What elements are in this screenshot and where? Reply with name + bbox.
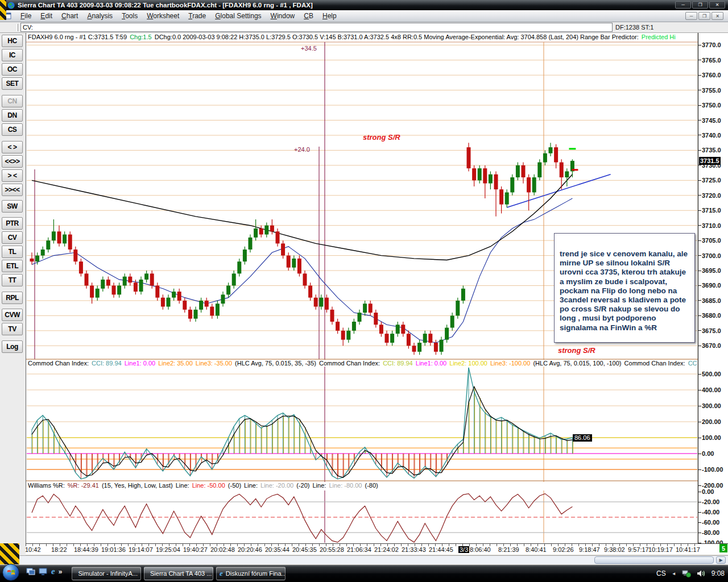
candlestick-series [30,143,574,355]
show-desktop-icon[interactable] [39,568,48,576]
sidebar-button-tv[interactable]: TV [2,323,23,335]
scale-tick-label: 3755.0 [698,86,721,94]
menu-analysis[interactable]: Analysis [82,11,117,21]
strong-sr-label-top[interactable]: strong S/R [363,133,400,142]
menu-worksheet[interactable]: Worksheet [142,11,184,21]
study-header-segment: (HLC Avg, 75, 0.015, 100, -100) [533,360,623,367]
scale-tick [698,502,701,502]
scale-tick [698,120,701,120]
scale-tick [698,330,701,331]
window-controls: ─ ❐ ✕ [675,1,725,9]
sidebar-button-hc[interactable]: HC [2,35,23,47]
sidebar-button-cv[interactable]: CV [2,231,23,244]
sidebar-button-ptr[interactable]: PTR [2,217,23,230]
scale-tick-label: 400.00 [698,386,721,394]
scale-tick [698,90,701,90]
time-axis-label: 8:06:40 [470,546,491,553]
sidebar-button-set[interactable]: SET [2,77,23,90]
sidebar-button-arrows-7[interactable]: < > [2,141,23,153]
taskbar-task-3[interactable]: eDiskuzní fórum Fina... [216,567,286,580]
scale-tick [698,485,701,486]
taskbar-task-2[interactable]: Sierra Chart TA 403 ... [144,567,213,580]
sidebar-button-log[interactable]: Log [2,340,23,353]
window-switcher-icon[interactable] [26,568,35,576]
scale-tick [698,374,701,375]
sidebar-button-cs[interactable]: CS [2,123,23,136]
child-close-button[interactable]: ✕ [712,12,723,20]
sidebar-button-etl[interactable]: ETL [2,260,23,272]
cv-input-value: CV: [23,24,33,31]
child-minimize-button[interactable]: ─ [685,12,697,20]
scale-tick-label: 3765.0 [698,56,721,64]
task-label: Diskuzní fórum Fina... [226,570,286,577]
taskbar: e » Simulator - InfinityA...Sierra Chart… [0,565,728,582]
sidebar-button-rpl[interactable]: RPL [2,292,23,304]
sidebar-button-dn[interactable]: DN [2,109,23,122]
sidebar-button-oc[interactable]: OC [2,63,23,76]
scale-tick [698,75,701,76]
language-indicator[interactable]: CS [656,569,666,577]
start-button[interactable] [2,564,19,581]
network-icon[interactable] [682,569,691,577]
scale-tick [698,533,701,533]
hidden-icons-arrow[interactable]: ◄ [672,571,676,576]
minimize-button[interactable]: ─ [675,1,691,9]
scrollbar-thumb[interactable] [594,556,714,564]
menu-cb[interactable]: CB [299,11,318,21]
chart-region[interactable]: FDAXH9 6.0 rng - #1 C:3731.5 T:59 Chg:1.… [26,33,697,543]
scale-tick [698,315,701,316]
taskbar-clock[interactable]: 9:08 [712,569,725,577]
child-restore-button[interactable]: ❐ [698,12,710,20]
sidebar-button-cvw[interactable]: CVW [2,309,23,321]
menu-trade[interactable]: Trade [184,11,210,21]
scale-tick [698,180,701,181]
strong-sr-label-bottom[interactable]: strong S/R [558,346,595,355]
sidebar-button-sw[interactable]: SW [2,200,23,213]
session-divider-lines [35,42,544,543]
taskbar-task-1[interactable]: Simulator - InfinityA... [72,567,141,580]
sidebar-button-tt[interactable]: TT [2,274,23,286]
quick-launch-chevron-icon[interactable]: » [59,568,63,576]
sidebar-button-ic[interactable]: IC [2,49,23,61]
scale-tick [698,422,701,422]
scale-tick [698,60,701,60]
menu-edit[interactable]: Edit [36,11,57,21]
study-header-segment: Line3: -35.00 [196,360,234,367]
menu-tools[interactable]: Tools [117,11,142,21]
price-scale[interactable]: 3770.03765.03760.03755.03750.03745.03740… [698,33,728,543]
toolbar: CV: DF:1238 ST:1 [0,22,728,33]
time-axis-label: 8:40:41 [526,546,547,553]
cci-studies-header: Commod Chan Index: CCI: 89.94 Line1: 0.0… [28,360,697,367]
sidebar-button-arrows-8[interactable]: <<>> [2,155,23,168]
scale-tick-label: 3720.0 [698,192,721,199]
scale-tick [698,438,701,438]
williams-r-header: Williams %R: %R: -29.41 (15, Yes, High, … [28,482,697,490]
window-title: Sierra Chart TA 403 2009-03-03 09:08:22 … [18,2,313,9]
scrollbar-right-arrow[interactable]: ▶ [716,556,726,564]
volume-icon[interactable] [697,569,706,577]
toolbar-grip[interactable] [16,24,18,31]
close-button[interactable]: ✕ [709,1,725,9]
menu-chart[interactable]: Chart [57,11,82,21]
time-axis[interactable]: 10:4218:2218:44:3919:01:3619:14:0719:25:… [26,543,728,555]
study-header-segment: Line2: 35.00 [158,360,195,367]
sidebar-button-arrows-9[interactable]: > < [2,169,23,182]
sidebar-button-tl[interactable]: TL [2,246,23,258]
menu-file[interactable]: File [16,11,36,21]
sidebar-button-cn[interactable]: CN [2,95,23,107]
restore-button[interactable]: ❐ [692,1,708,9]
menu-window[interactable]: Window [266,11,300,21]
scale-tick [698,300,701,301]
annotation-note[interactable]: trend je sice v cenovem kanalu, ale mirn… [554,233,695,343]
sidebar-button-arrows-10[interactable]: >><< [2,184,23,196]
study-header-segment: Line: [312,482,328,489]
study-header-segment: Williams %R: [28,482,67,489]
time-axis-label: 19:25:04 [156,546,180,553]
horizontal-scrollbar[interactable]: ▶ [20,555,728,564]
study-header-segment: Commod Chan Index: [28,360,90,367]
menu-global-settings[interactable]: Global Settings [210,11,266,21]
internet-explorer-icon[interactable]: e [51,567,55,576]
menu-help[interactable]: Help [318,11,341,21]
cv-input[interactable]: CV: [20,23,613,32]
time-axis-label: 21:06:34 [347,546,371,553]
